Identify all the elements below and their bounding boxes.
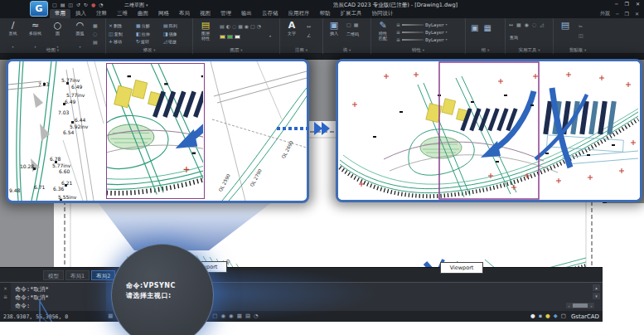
ribbon-tab[interactable]: 网格	[153, 9, 174, 18]
layer-state-icon[interactable]: ▢	[250, 23, 255, 29]
app-logo-icon[interactable]: G	[30, 1, 48, 17]
panel-label[interactable]: 组 ▾	[466, 47, 505, 53]
ribbon-tab[interactable]: 注释	[91, 9, 112, 18]
quick-access-icon[interactable]: ▢	[52, 1, 57, 8]
command-window[interactable]: ×≡ 命令:*取消*命令:*取消*命令: ▴ ▾ ‹ ›	[0, 282, 603, 311]
modify-tool-button[interactable]: ▦分解	[136, 22, 163, 30]
ribbon-tab[interactable]: 常用	[50, 9, 70, 18]
scroll-thumb[interactable]	[573, 303, 588, 308]
dimension-icon[interactable]: ∠	[307, 32, 311, 38]
layer-state-icon[interactable]: ◉	[245, 23, 249, 29]
panel-label[interactable]: 实用工具 ▾	[506, 47, 553, 53]
modify-tool-button[interactable]: ◨镜像	[163, 30, 191, 38]
status-toggle-icon[interactable]: ▦	[237, 311, 242, 322]
block-mini-icon[interactable]: ▢	[346, 22, 351, 27]
minimize-button[interactable]: ─	[615, 1, 618, 7]
draw-extra-icon[interactable]: ◌	[93, 31, 98, 36]
command-hscroll[interactable]: ‹ ›	[566, 303, 594, 308]
utility-icon[interactable]: ↔	[509, 22, 513, 27]
text-button[interactable]: A 文字	[282, 20, 302, 36]
ribbon-tab[interactable]: 三维	[112, 9, 133, 18]
clipboard-mini-icon[interactable]: ◫	[579, 32, 583, 38]
modify-tool-button[interactable]: ×删除	[109, 22, 136, 30]
modify-tool-button[interactable]: +移动	[109, 37, 136, 46]
status-right-icon[interactable]: ▢	[561, 311, 566, 322]
layer-color-row[interactable]	[220, 35, 240, 39]
panel-label[interactable]: 图层 ▾	[193, 47, 279, 53]
status-right-icon[interactable]: ●	[545, 311, 550, 322]
layer-state-icon[interactable]: ◐	[226, 23, 230, 29]
workspace-switcher[interactable]: 二维草图 ▾	[124, 2, 148, 9]
bylayer-dropdown[interactable]: ≡ ByLayer ▾	[396, 28, 447, 36]
layout-tab[interactable]: 模型	[43, 270, 64, 280]
ribbon-tab[interactable]: 管理	[215, 9, 236, 18]
draw-extra-icon[interactable]: ▤	[93, 39, 98, 45]
modify-tool-button[interactable]: ▤阵列	[163, 22, 191, 30]
clipboard-mini-icon[interactable]: ✂	[579, 23, 583, 29]
ribbon-tab[interactable]: 帮助	[315, 9, 336, 18]
panel-label[interactable]: 特性 ▾	[371, 47, 465, 53]
status-right-icon[interactable]: ◆	[554, 311, 558, 322]
qrcode-button[interactable]: 二维码	[346, 32, 359, 36]
quick-access-icon[interactable]: ↻	[84, 1, 88, 8]
insert-block-button[interactable]: ▣ 插入	[325, 20, 343, 36]
ribbon-tab[interactable]: 曲面	[133, 9, 153, 18]
ribbon-tab[interactable]: 视图	[195, 9, 215, 18]
dimension-icon[interactable]: ↔	[307, 23, 311, 29]
status-toggle-icon[interactable]: ▢	[212, 311, 217, 322]
ribbon-tab[interactable]: 输出	[236, 9, 257, 18]
ribbon-tab[interactable]: 协同设计	[367, 9, 399, 18]
quick-access-icon[interactable]: ◫	[68, 1, 73, 8]
viewport-tag[interactable]: Viewport	[440, 262, 483, 274]
draw-extra-icon[interactable]: ▦	[93, 22, 98, 28]
appearance-menu[interactable]: 外观	[600, 10, 610, 17]
modify-tool-button[interactable]: ◧拉伸	[136, 30, 163, 38]
utility-icon[interactable]: ▦	[516, 22, 521, 27]
bylayer-dropdown[interactable]: ≡ ByLayer ▾	[396, 21, 447, 28]
layer-state-icon[interactable]: ◌	[232, 23, 236, 29]
quick-access-icon[interactable]: ↺	[76, 1, 80, 8]
quick-access-icon[interactable]: ◔	[99, 1, 103, 8]
ribbon-tab[interactable]: 扩展工具	[336, 9, 367, 18]
status-toggle-icon[interactable]: ◔	[254, 311, 259, 322]
panel-label[interactable]: 块 ▾	[323, 47, 370, 53]
inquiry-button[interactable]: 查询	[510, 35, 518, 40]
quick-access-icon[interactable]: ▤	[61, 1, 65, 8]
source-viewport[interactable]	[106, 63, 205, 199]
status-right-icon[interactable]: ●	[530, 311, 535, 322]
modify-tool-button[interactable]: ◿缩放	[163, 37, 191, 46]
panel-label[interactable]: 注释 ▾	[280, 47, 322, 53]
snap-toggle-icon[interactable]: ▦	[108, 311, 113, 322]
panel-label[interactable]: 绘图 ▾	[0, 47, 105, 53]
ribbon-tab[interactable]: 布局	[174, 9, 195, 18]
doc-close-button[interactable]: ✕	[635, 11, 639, 17]
block-mini-icon[interactable]: ▦	[354, 22, 359, 27]
group-icon[interactable]: ▣	[471, 23, 478, 32]
panel-label[interactable]: 剪贴板 ▾	[554, 47, 602, 53]
maximize-button[interactable]: ❐	[625, 1, 629, 7]
layer-state-icon[interactable]: ▦	[238, 23, 243, 29]
layer-state-icon[interactable]: ▤	[220, 23, 225, 29]
layout-tab[interactable]: 布局1	[65, 270, 90, 280]
scroll-right-icon[interactable]: ›	[588, 303, 594, 308]
bylayer-dropdown[interactable]: ≡ ByLayer ▾	[396, 36, 447, 43]
scroll-up-icon[interactable]: ▴	[593, 284, 600, 291]
panel-label[interactable]: 修改 ▾	[106, 47, 192, 53]
paste-button[interactable]: ▤	[557, 20, 574, 31]
close-button[interactable]: ✕	[636, 1, 640, 7]
command-strip-icon[interactable]: ×	[3, 286, 7, 291]
layer-properties-button[interactable]: ▤ 图层 特性	[195, 20, 216, 41]
status-toggle-icon[interactable]: ◉	[220, 311, 225, 322]
ribbon-tab[interactable]: 插入	[70, 9, 91, 18]
layout-tab[interactable]: 布局2	[91, 270, 115, 280]
utility-icon[interactable]: ◿	[540, 22, 544, 27]
modify-tool-button[interactable]: ◫复制	[109, 30, 136, 38]
quick-access-icon[interactable]: ●	[91, 1, 95, 8]
ribbon-tab[interactable]: 应用程序	[283, 9, 315, 18]
group-icon[interactable]: ▦	[483, 23, 491, 32]
layer-state-icon[interactable]: ◔	[257, 23, 261, 29]
modify-tool-button[interactable]: ↻旋转	[136, 37, 163, 46]
command-strip-icon[interactable]: ≡	[3, 294, 7, 299]
utility-icon[interactable]: ◌	[532, 22, 536, 27]
status-right-icon[interactable]: ▪	[539, 311, 542, 322]
